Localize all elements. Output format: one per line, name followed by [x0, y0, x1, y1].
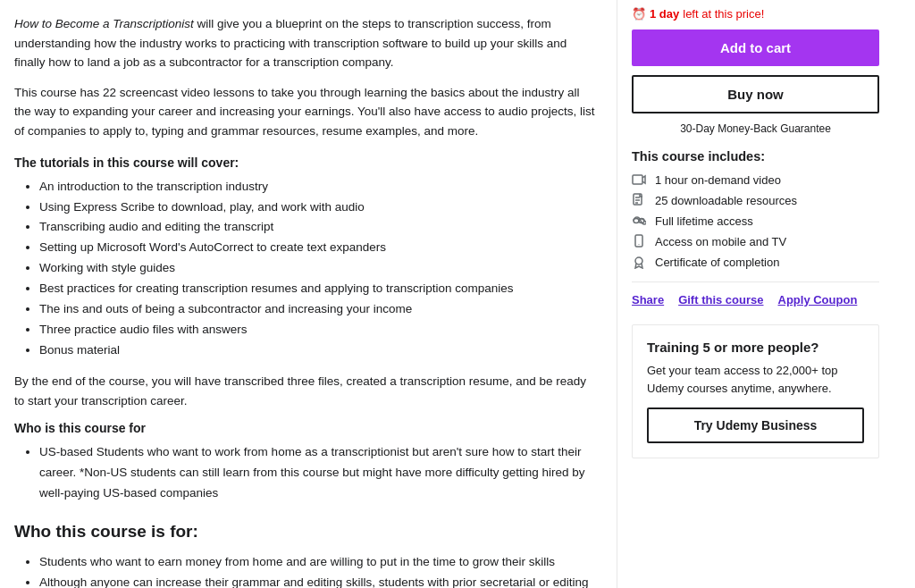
clock-icon — [632, 7, 646, 21]
includes-item-lifetime: Full lifetime access — [632, 214, 879, 228]
includes-text-video: 1 hour on-demand video — [655, 173, 781, 187]
list-item: Working with style guides — [39, 258, 595, 279]
who-heading: Who is this course for — [14, 421, 595, 435]
course-title-italic: How to Become a Transcriptionist — [14, 17, 194, 30]
try-business-button[interactable]: Try Udemy Business — [647, 407, 864, 443]
includes-item-cert: Certificate of completion — [632, 255, 879, 269]
list-item: The ins and outs of being a subcontracto… — [39, 299, 595, 320]
sidebar: 1 day left at this price! Add to cart Bu… — [617, 0, 894, 588]
list-item: Best practices for creating transcriptio… — [39, 279, 595, 299]
svg-point-9 — [635, 257, 642, 265]
coupon-link[interactable]: Apply Coupon — [778, 293, 858, 307]
svg-rect-7 — [635, 235, 642, 247]
list-item: Bonus material — [39, 340, 595, 361]
intro-paragraph-2: This course has 22 screencast video less… — [14, 83, 595, 141]
summary-paragraph: By the end of the course, you will have … — [14, 372, 595, 410]
tutorials-list: An introduction to the transcription ind… — [14, 177, 595, 361]
svg-rect-0 — [633, 175, 642, 184]
cert-icon — [632, 255, 646, 269]
list-item: Three practice audio files with answers — [39, 320, 595, 340]
who-list: US-based Students who want to work from … — [14, 442, 595, 504]
buy-now-button[interactable]: Buy now — [632, 75, 879, 113]
list-item: An introduction to the transcription ind… — [39, 177, 595, 197]
action-links: Share Gift this course Apply Coupon — [632, 281, 879, 307]
includes-heading: This course includes: — [632, 149, 879, 164]
list-item: US-based Students who want to work from … — [39, 442, 595, 504]
tutorials-heading: The tutorials in this course will cover: — [14, 155, 595, 170]
list-item: Setting up Microsoft Word's AutoCorrect … — [39, 238, 595, 258]
infinity-icon — [632, 214, 646, 228]
add-to-cart-button[interactable]: Add to cart — [632, 29, 879, 66]
urgency-banner: 1 day left at this price! — [632, 7, 879, 21]
list-item: Transcribing audio and editing the trans… — [39, 217, 595, 238]
includes-text-files: 25 downloadable resources — [655, 194, 797, 207]
team-text: Get your team access to 22,000+ top Udem… — [647, 362, 864, 397]
guarantee-text: 30-Day Money-Back Guarantee — [632, 122, 879, 135]
team-heading: Training 5 or more people? — [647, 340, 864, 355]
list-item: Students who want to earn money from hom… — [39, 552, 595, 573]
includes-text-cert: Certificate of completion — [655, 256, 779, 269]
includes-item-mobile: Access on mobile and TV — [632, 234, 879, 248]
intro-paragraph-1: How to Become a Transcriptionist will gi… — [14, 14, 595, 72]
share-link[interactable]: Share — [632, 293, 664, 307]
video-icon — [632, 172, 646, 187]
who-course-title: Who this course is for: — [14, 522, 595, 542]
includes-item-video: 1 hour on-demand video — [632, 172, 879, 187]
file-icon — [632, 193, 646, 207]
urgency-day: 1 day — [650, 7, 679, 21]
mobile-icon — [632, 234, 646, 248]
includes-text-mobile: Access on mobile and TV — [655, 235, 786, 248]
includes-list: 1 hour on-demand video 25 downloadable r… — [632, 172, 879, 269]
svg-point-5 — [634, 219, 639, 223]
includes-item-files: 25 downloadable resources — [632, 193, 879, 207]
gift-link[interactable]: Gift this course — [678, 293, 763, 307]
who-course-list: Students who want to earn money from hom… — [14, 552, 595, 588]
team-section: Training 5 or more people? Get your team… — [632, 324, 879, 458]
urgency-suffix: left at this price! — [683, 7, 764, 21]
list-item: Although anyone can increase their gramm… — [39, 573, 595, 588]
includes-text-lifetime: Full lifetime access — [655, 214, 753, 228]
main-content: How to Become a Transcriptionist will gi… — [0, 0, 617, 588]
list-item: Using Express Scribe to download, play, … — [39, 197, 595, 218]
